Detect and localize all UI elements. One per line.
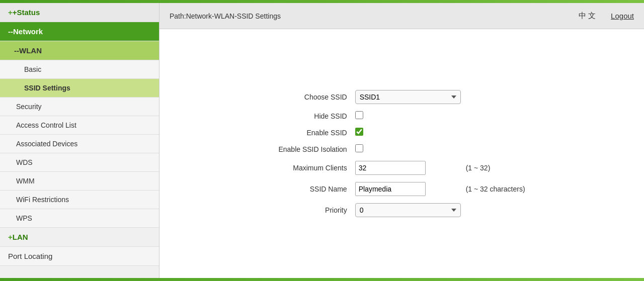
sidebar-item-network[interactable]: --Network (0, 22, 159, 41)
enable-ssid-control (355, 128, 461, 137)
sidebar-item-status[interactable]: ++Status (0, 3, 159, 22)
lan-label: LAN (13, 233, 28, 241)
status-label: +Status (13, 8, 40, 17)
max-clients-hint: (1 ~ 32) (461, 161, 525, 175)
bottom-green-bar (0, 278, 644, 281)
enable-ssid-checkbox[interactable] (355, 128, 363, 136)
header-bar: Path:Network-WLAN-SSID Settings 中 文 Logo… (159, 3, 644, 29)
ssid-name-control (355, 182, 461, 196)
logout-button[interactable]: Logout (611, 12, 634, 20)
wps-label: WPS (16, 214, 32, 222)
sidebar: ++Status --Network --WLAN Basic SSID Set… (0, 3, 159, 278)
security-label: Security (16, 103, 42, 111)
enable-isolation-label: Enable SSID Isolation (278, 144, 355, 154)
max-clients-control (355, 161, 461, 175)
lan-plus-icon: + (8, 233, 13, 241)
priority-row: Priority 0 1 2 3 4 5 6 7 (278, 203, 525, 217)
sidebar-item-wmm[interactable]: WMM (0, 172, 159, 191)
choose-ssid-row: Choose SSID SSID1 SSID2 SSID3 SSID4 (278, 90, 525, 104)
breadcrumb: Path:Network-WLAN-SSID Settings (170, 12, 281, 20)
enable-isolation-row: Enable SSID Isolation (278, 144, 525, 154)
enable-ssid-label: Enable SSID (278, 128, 355, 137)
ssid-name-hint: (1 ~ 32 characters) (461, 182, 525, 196)
enable-isolation-checkbox[interactable] (355, 144, 363, 152)
choose-ssid-select[interactable]: SSID1 SSID2 SSID3 SSID4 (355, 90, 461, 104)
wlan-label: -WLAN (17, 46, 42, 55)
associated-devices-label: Associated Devices (16, 140, 77, 148)
hide-ssid-row: Hide SSID (278, 111, 525, 121)
lang-switch[interactable]: 中 文 (579, 11, 596, 21)
choose-ssid-label: Choose SSID (278, 90, 355, 104)
settings-form: Choose SSID SSID1 SSID2 SSID3 SSID4 Hide… (278, 83, 525, 224)
wds-label: WDS (16, 158, 33, 166)
sidebar-item-port-locating[interactable]: Port Locating (0, 247, 159, 266)
sidebar-item-acl[interactable]: Access Control List (0, 116, 159, 135)
basic-label: Basic (24, 65, 41, 73)
max-clients-input[interactable] (355, 161, 426, 175)
max-clients-label: Maximum Clients (278, 161, 355, 175)
sidebar-item-wds[interactable]: WDS (0, 153, 159, 172)
sidebar-item-basic[interactable]: Basic (0, 60, 159, 79)
sidebar-item-wifi-restrictions[interactable]: WiFi Restrictions (0, 191, 159, 209)
hide-ssid-label: Hide SSID (278, 111, 355, 121)
priority-select[interactable]: 0 1 2 3 4 5 6 7 (355, 203, 461, 217)
enable-ssid-row: Enable SSID (278, 128, 525, 137)
ssid-name-label: SSID Name (278, 182, 355, 196)
enable-isolation-control (355, 144, 461, 154)
priority-control: 0 1 2 3 4 5 6 7 (355, 203, 461, 217)
choose-ssid-hint (461, 90, 525, 104)
sidebar-item-lan[interactable]: +LAN (0, 228, 159, 247)
ssid-settings-label: SSID Settings (24, 84, 70, 92)
sidebar-item-security[interactable]: Security (0, 98, 159, 116)
max-clients-row: Maximum Clients (1 ~ 32) (278, 161, 525, 175)
sidebar-item-ssid-settings[interactable]: SSID Settings (0, 79, 159, 98)
sidebar-item-wps[interactable]: WPS (0, 209, 159, 228)
acl-label: Access Control List (16, 121, 76, 129)
sidebar-item-wlan[interactable]: --WLAN (0, 41, 159, 60)
header-right: 中 文 Logout (579, 11, 634, 21)
ssid-name-input[interactable] (355, 182, 426, 196)
hide-ssid-control (355, 111, 461, 121)
form-area: Choose SSID SSID1 SSID2 SSID3 SSID4 Hide… (159, 29, 644, 278)
main-content: Path:Network-WLAN-SSID Settings 中 文 Logo… (159, 3, 644, 278)
ssid-name-row: SSID Name (1 ~ 32 characters) (278, 182, 525, 196)
wmm-label: WMM (16, 177, 35, 185)
priority-label: Priority (278, 203, 355, 217)
hide-ssid-checkbox[interactable] (355, 111, 363, 119)
wifi-restrictions-label: WiFi Restrictions (16, 196, 69, 204)
status-plus-icon: + (8, 8, 13, 17)
sidebar-item-associated-devices[interactable]: Associated Devices (0, 135, 159, 153)
choose-ssid-control: SSID1 SSID2 SSID3 SSID4 (355, 90, 461, 104)
network-label: -Network (11, 27, 43, 36)
port-locating-label: Port Locating (8, 252, 52, 260)
